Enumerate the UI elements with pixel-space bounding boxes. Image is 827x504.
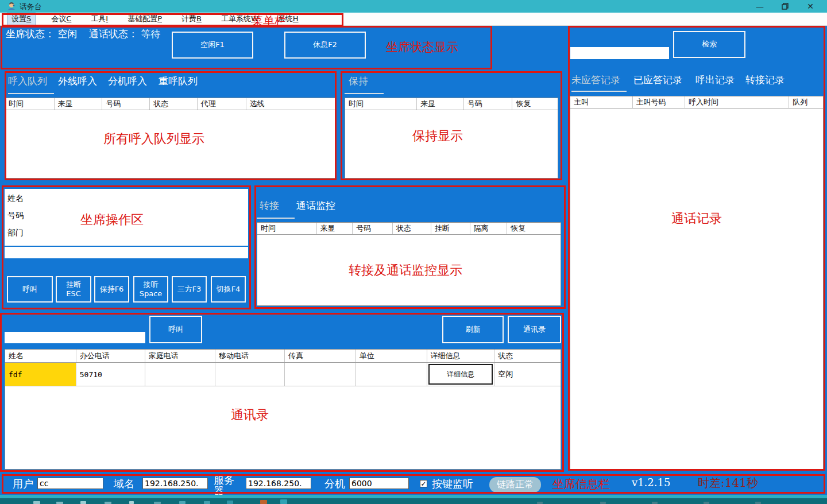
transfer-active-tab-underline [257,218,295,219]
col-queue[interactable]: 队列 [789,96,823,108]
switch-f4-button[interactable]: 切换F4 [211,276,246,303]
queue-active-tab-underline [8,93,54,94]
tab-transfer[interactable]: 转接 [260,199,279,212]
restore-button[interactable] [776,1,794,12]
phonebook-row[interactable]: fdf 50710 详细信息 空闲 [5,363,561,386]
col-caller[interactable]: 主叫 [570,96,632,108]
col-office-phone[interactable]: 办公电话 [76,350,145,362]
dial-number-input[interactable] [5,247,248,258]
menu-item-workorder[interactable]: 工单系统W [217,13,262,25]
col-isolate[interactable]: 隔离 [470,223,507,234]
menu-item-billing[interactable]: 计费B [177,13,206,25]
queue-table-header: 时间 来显 号码 状态 代理 选线 [5,98,336,110]
col-number[interactable]: 号码 [352,223,392,234]
phonebook-search-input[interactable] [5,332,145,343]
detail-info-button[interactable]: 详细信息 [428,364,493,385]
col-mobile-phone[interactable]: 移动电话 [215,350,284,362]
hangup-esc-button[interactable]: 挂断 ESC [56,276,91,303]
taskbar-icon[interactable] [537,502,543,504]
taskbar-icon[interactable] [154,502,161,504]
rest-f2-button[interactable]: 休息F2 [284,32,366,59]
tab-incoming-queue[interactable]: 呼入队列 [8,75,47,88]
taskbar-icon[interactable] [280,499,287,504]
search-button[interactable]: 检索 [673,31,745,58]
col-home-phone[interactable]: 家庭电话 [145,350,215,362]
tab-answered-records[interactable]: 已应答记录 [633,73,682,87]
taskbar-icon[interactable] [204,501,210,504]
col-name[interactable]: 姓名 [5,350,76,362]
domain-input[interactable] [142,478,208,489]
col-hangup[interactable]: 挂断 [431,223,470,234]
taskbar-icon[interactable] [704,502,709,504]
cell-home-phone [145,363,215,386]
taskbar-icon[interactable] [33,501,40,504]
col-fax[interactable]: 传真 [284,350,355,362]
call-records-table: 主叫 主叫号码 呼入时间 队列 [570,96,824,470]
col-state[interactable]: 状态 [149,98,197,110]
answer-space-button[interactable]: 接听 Space [133,276,168,303]
col-callerid[interactable]: 来显 [54,98,102,110]
refresh-button[interactable]: 刷新 [442,316,504,343]
col-resume[interactable]: 恢复 [507,223,561,234]
col-resume[interactable]: 恢复 [512,98,558,110]
checkbox-check-icon: ✓ [420,480,426,487]
col-number[interactable]: 号码 [102,98,149,110]
user-input[interactable] [37,478,103,489]
col-status[interactable]: 状态 [494,350,561,362]
server-input[interactable] [246,478,311,489]
tab-call-monitor[interactable]: 通话监控 [296,199,335,212]
menu-item-baseconfig[interactable]: 基础配置P [123,13,166,25]
tab-hold[interactable]: 保持 [349,75,368,88]
cell-office-phone: 50710 [76,363,145,386]
col-agent[interactable]: 代理 [197,98,246,110]
tab-extension-incoming[interactable]: 分机呼入 [108,75,147,88]
threeway-f3-button[interactable]: 三方F3 [172,276,207,303]
hold-f6-button[interactable]: 保持F6 [94,276,129,303]
col-number[interactable]: 号码 [463,98,512,110]
col-detail[interactable]: 详细信息 [427,350,494,362]
taskbar-icon[interactable] [260,500,267,504]
user-label: 用户 [13,477,33,491]
taskbar-icon[interactable] [105,502,111,504]
idle-f1-button[interactable]: 空闲F1 [172,32,253,59]
col-callerid[interactable]: 来显 [416,98,463,110]
col-time[interactable]: 时间 [345,98,416,110]
call-button[interactable]: 呼叫 [7,276,53,303]
col-time[interactable]: 时间 [257,223,316,234]
col-incoming-time[interactable]: 呼入时间 [685,96,789,108]
menu-item-settings[interactable]: 设置S [7,13,36,25]
menu-item-meeting[interactable]: 会议C [47,13,75,25]
version-text: v1.2.15 [632,476,670,489]
menu-item-tools[interactable]: 工具I [87,13,112,25]
tab-outgoing-records[interactable]: 呼出记录 [695,73,735,87]
server-label: 服务 器 [214,475,237,496]
tab-transfer-records[interactable]: 转接记录 [745,73,785,87]
key-monitor-checkbox[interactable]: ✓ [420,480,427,487]
col-company[interactable]: 单位 [355,350,427,362]
menu-item-system[interactable]: 系统H [274,13,303,25]
minimize-button[interactable]: — [751,1,768,12]
taskbar-icon[interactable] [80,501,86,504]
col-caller-number[interactable]: 主叫号码 [632,96,685,108]
col-callerid[interactable]: 来显 [316,223,353,234]
taskbar-icon[interactable] [600,502,606,504]
extension-input[interactable] [349,478,409,489]
tab-outside-incoming[interactable]: 外线呼入 [58,75,97,88]
phonebook-button[interactable]: 通讯录 [508,316,561,343]
taskbar-icon[interactable] [755,502,761,504]
taskbar-icon[interactable] [56,502,63,504]
col-state[interactable]: 状态 [392,223,431,234]
tab-unanswered-records[interactable]: 未应答记录 [571,73,620,87]
taskbar-icon[interactable] [652,502,658,504]
transfer-table: 时间 来显 号码 状态 挂断 隔离 恢复 [257,222,561,306]
phonebook-call-button[interactable]: 呼叫 [149,316,202,343]
col-line[interactable]: 选线 [246,98,336,110]
taskbar-icon[interactable] [227,501,233,504]
taskbar-icon[interactable] [129,501,134,504]
incoming-queue-table: 时间 来显 号码 状态 代理 选线 [5,98,337,179]
close-button[interactable]: ✕ [802,1,819,12]
col-time[interactable]: 时间 [5,98,54,110]
taskbar-icon[interactable] [179,501,186,504]
record-search-input[interactable] [570,47,669,59]
tab-recall-queue[interactable]: 重呼队列 [159,75,198,88]
